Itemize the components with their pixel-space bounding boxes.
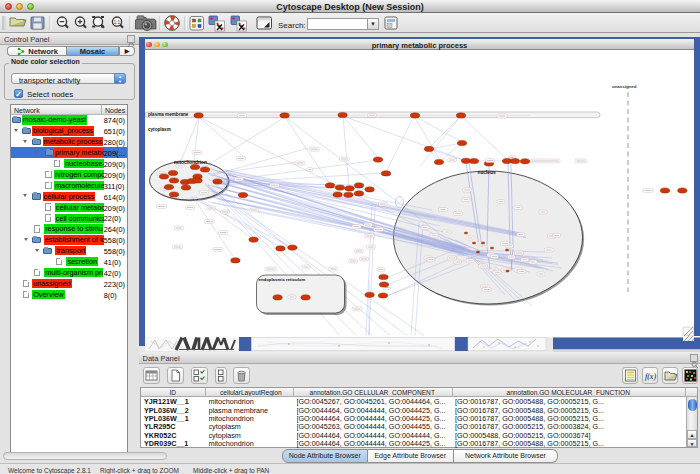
svg-text:1:1: 1:1 xyxy=(114,20,121,25)
svg-text:cytoplasm: cytoplasm xyxy=(148,127,171,132)
svg-text:endoplasmic reticulum: endoplasmic reticulum xyxy=(259,277,306,282)
svg-text:plasma membrane: plasma membrane xyxy=(148,112,189,117)
svg-text:mitochondrion: mitochondrion xyxy=(174,160,207,165)
svg-text:nucleus: nucleus xyxy=(478,170,496,175)
svg-text:f(x): f(x) xyxy=(644,372,655,381)
svg-text:unassigned: unassigned xyxy=(612,84,637,89)
